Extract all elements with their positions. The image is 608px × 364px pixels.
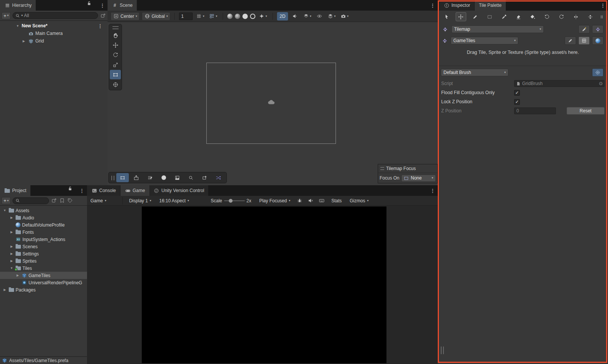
open-palette-window-button[interactable] [592, 25, 603, 33]
kebab-menu-icon[interactable]: ⋮ [428, 185, 438, 196]
panel-resize-handle[interactable] [441, 347, 444, 354]
2d-toggle-button[interactable]: 2D [277, 12, 288, 20]
stats-button[interactable]: Stats [330, 197, 343, 205]
orientation-dropdown[interactable]: Global▾ [142, 12, 170, 20]
expand-arrow-icon[interactable]: ▼ [9, 266, 14, 270]
brush-dropdown[interactable]: Default Brush ▾ [441, 69, 508, 76]
project-item-audio[interactable]: ▶ Audio [0, 214, 87, 221]
aspect-dropdown[interactable]: 16:10 Aspect▾ [158, 197, 204, 205]
wireframe-sphere-icon[interactable] [235, 14, 240, 19]
tab-console[interactable]: Console [87, 185, 120, 196]
pivot-dropdown[interactable]: Center▾ [111, 12, 139, 20]
tab-scene[interactable]: # Scene [108, 0, 137, 11]
display-dropdown[interactable]: Display 1▾ [128, 197, 153, 205]
tab-project[interactable]: Project [0, 185, 30, 196]
focus-on-dropdown[interactable]: None ▾ [401, 175, 436, 182]
tile-select-tool-button[interactable] [116, 173, 129, 182]
search-picker-icon[interactable] [51, 198, 57, 204]
tile-move-tool-button[interactable] [130, 173, 142, 182]
expand-arrow-icon[interactable]: ▼ [2, 209, 7, 212]
palette-dropdown[interactable]: GameTiles ▾ [451, 37, 518, 44]
picker-tool-icon[interactable] [499, 12, 509, 21]
tab-hierarchy[interactable]: Hierarchy [0, 0, 36, 11]
rotate-ccw-icon[interactable] [542, 12, 553, 21]
expand-arrow-icon[interactable]: ▶ [21, 39, 26, 43]
kebab-menu-icon[interactable]: ⋮ [428, 0, 438, 11]
project-item-gametiles[interactable]: ▶ GameTiles [0, 272, 87, 279]
audio-toggle-button[interactable] [290, 12, 299, 20]
rotate-tool-button[interactable] [110, 50, 121, 60]
edit-tilemap-button[interactable] [578, 25, 590, 33]
overlay-drag-handle[interactable] [380, 167, 384, 170]
overlay-drag-handle[interactable] [112, 26, 119, 29]
eraser-tool-icon[interactable] [513, 12, 524, 21]
scale-tool-button[interactable] [110, 60, 121, 69]
game-target-dropdown[interactable]: Game▾ [89, 197, 123, 205]
brush-tool-icon[interactable] [470, 12, 481, 21]
project-item-assets[interactable]: ▼ Assets [0, 207, 87, 214]
game-viewport[interactable] [87, 206, 438, 364]
expand-arrow-icon[interactable]: ▶ [2, 288, 7, 292]
project-item-tiles[interactable]: ▼ Tiles [0, 265, 87, 272]
tab-inspector[interactable]: Inspector [439, 0, 474, 11]
lock-icon[interactable] [67, 185, 73, 191]
lock-icon[interactable] [86, 0, 92, 6]
grid-size-input[interactable] [179, 13, 193, 20]
flip-vertical-icon[interactable] [585, 12, 595, 21]
tab-unity-version-control[interactable]: Unity Version Control [149, 185, 209, 196]
tile-picker-tool-button[interactable] [198, 173, 211, 182]
kebab-menu-icon[interactable]: ⋮ [97, 0, 108, 11]
brush-settings-gear-button[interactable] [592, 68, 603, 77]
scene-header-row[interactable]: ▼ New Scene* ⋮ [0, 22, 108, 30]
shuffle-tool-button[interactable] [212, 173, 225, 182]
label-icon[interactable] [67, 198, 73, 204]
hand-tool-button[interactable] [110, 30, 121, 40]
expand-arrow-icon[interactable]: ▶ [9, 259, 14, 263]
project-item-settings[interactable]: ▶ Settings [0, 250, 87, 257]
project-item-sprites[interactable]: ▶ Sprites [0, 257, 87, 265]
shading-sphere-icon[interactable] [227, 14, 233, 19]
transform-tool-button[interactable] [110, 80, 121, 89]
kebab-menu-icon[interactable]: ⋮ [598, 0, 608, 11]
hierarchy-search-input[interactable]: ▾ All [13, 12, 98, 19]
scene-kebab-icon[interactable]: ⋮ [95, 23, 105, 29]
script-object-field[interactable]: GridBrush ⊙ [514, 80, 605, 87]
z-position-input[interactable]: 0 [514, 107, 556, 114]
gizmos-dropdown[interactable]: Gizmos▾ [348, 197, 370, 205]
rotate-cw-icon[interactable] [556, 12, 567, 21]
edit-palette-button[interactable] [565, 36, 576, 45]
keyboard-icon[interactable] [319, 198, 325, 204]
more-tools-icon[interactable] [599, 12, 605, 21]
grid-snap-dropdown[interactable]: ▾ [208, 12, 218, 20]
search-filter-caret-icon[interactable]: ▾ [21, 14, 23, 17]
expand-arrow-icon[interactable]: ▼ [15, 24, 20, 28]
expand-arrow-icon[interactable]: ▶ [9, 252, 14, 255]
search-picker-icon[interactable] [100, 13, 106, 19]
tile-sprite-tool-button[interactable] [171, 173, 184, 182]
select-tool-icon[interactable] [441, 12, 452, 21]
tab-game[interactable]: Game [120, 185, 149, 196]
box-tool-icon[interactable] [484, 12, 495, 21]
flood-fill-checkbox[interactable]: ✓ [514, 90, 520, 96]
project-item-scenes[interactable]: ▶ Scenes [0, 243, 87, 250]
move-tool-button[interactable] [110, 40, 121, 50]
flip-horizontal-icon[interactable] [570, 12, 581, 21]
play-focused-dropdown[interactable]: Play Focused▾ [258, 197, 292, 205]
expand-arrow-icon[interactable]: ▶ [9, 230, 14, 234]
tile-brush-tool-button[interactable] [144, 173, 156, 182]
bug-icon[interactable] [297, 198, 303, 204]
overlay-drag-handle[interactable] [111, 176, 114, 180]
project-item-packages[interactable]: ▶ Packages [0, 286, 87, 293]
fill-tool-icon[interactable] [527, 12, 538, 21]
overlays-dropdown[interactable]: ▾ [326, 12, 337, 20]
project-item-defaultvolumeprofile[interactable]: DefaultVolumeProfile [0, 221, 87, 228]
expand-arrow-icon[interactable]: ▶ [15, 274, 20, 277]
focus-sphere-button[interactable] [592, 36, 603, 45]
mute-audio-icon[interactable] [308, 198, 314, 204]
reset-button[interactable]: Reset [567, 107, 605, 115]
project-item-fonts[interactable]: ▶ Fonts [0, 228, 87, 236]
zoom-tool-button[interactable] [185, 173, 197, 182]
fx-dropdown[interactable]: ▾ [258, 12, 268, 20]
hierarchy-item-main-camera[interactable]: Main Camera [0, 30, 108, 37]
rect-tool-button[interactable] [110, 70, 121, 79]
